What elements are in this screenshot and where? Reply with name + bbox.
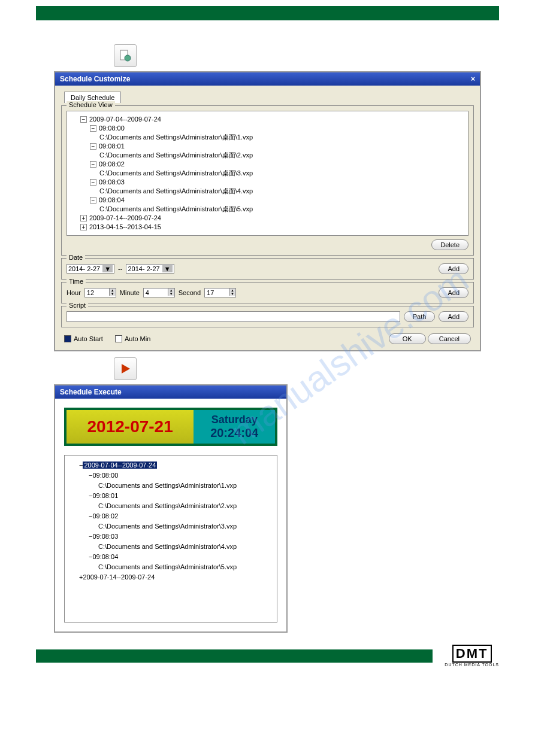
schedule-view-label: Schedule View xyxy=(67,101,115,108)
tree-file[interactable]: C:\Documents and Settings\Administrator\… xyxy=(98,481,272,491)
auto-min-checkbox[interactable]: Auto Min xyxy=(115,335,150,342)
footer: DMT DUTCH MEDIA TOOLS xyxy=(0,645,535,679)
tree-time[interactable]: 09:08:04 xyxy=(92,553,118,560)
script-add-button[interactable]: Add xyxy=(439,311,468,322)
minute-input[interactable] xyxy=(144,289,168,297)
tree-file[interactable]: C:\Documents and Settings\Administrator\… xyxy=(99,169,464,178)
tree-range-selected[interactable]: 2009-07-04--2009-07-24 xyxy=(83,462,157,469)
hour-label: Hour xyxy=(67,289,81,296)
tree-range[interactable]: 2009-07-14--2009-07-24 xyxy=(89,214,161,221)
tree-collapse-icon[interactable]: − xyxy=(90,125,96,132)
date-group: Date 2014- 2-27▼ -- 2014- 2-27▼ Add xyxy=(61,258,474,280)
schedule-execute-icon-button[interactable] xyxy=(114,357,137,380)
schedule-view-group: Schedule View −2009-07-04--2009-07-24 −0… xyxy=(61,105,474,256)
svg-point-1 xyxy=(125,55,131,61)
chevron-down-icon: ▼ xyxy=(162,265,173,272)
spin-down-icon[interactable]: ▼ xyxy=(109,292,116,296)
ok-button[interactable]: OK xyxy=(389,333,426,344)
tree-time[interactable]: 09:08:04 xyxy=(99,196,125,204)
tree-time[interactable]: 09:08:02 xyxy=(92,512,118,520)
header-bar xyxy=(36,6,499,20)
tree-file[interactable]: C:\Documents and Settings\Administrator\… xyxy=(98,521,272,532)
time-group: Time Hour ▲▼ Minute ▲▼ Second ▲▼ Add xyxy=(61,282,474,303)
tree-range[interactable]: 2009-07-14--2009-07-24 xyxy=(83,573,155,581)
checkbox-checked-icon xyxy=(64,335,71,342)
tree-collapse-icon[interactable]: − xyxy=(90,143,96,150)
date-from-select[interactable]: 2014- 2-27▼ xyxy=(67,264,114,274)
tree-collapse-icon[interactable]: − xyxy=(90,161,96,168)
tree-time[interactable]: 09:08:00 xyxy=(92,472,118,479)
spin-down-icon[interactable]: ▼ xyxy=(229,292,235,296)
document-gear-icon xyxy=(119,49,132,62)
tree-file[interactable]: C:\Documents and Settings\Administrator\… xyxy=(98,542,272,552)
clock-display: 2012-07-21 Saturday 20:24:04 xyxy=(64,408,277,446)
second-spinner[interactable]: ▲▼ xyxy=(204,288,236,297)
schedule-execute-window: Schedule Execute 2012-07-21 Saturday 20:… xyxy=(54,384,288,633)
script-path-input[interactable] xyxy=(67,311,400,322)
date-add-button[interactable]: Add xyxy=(439,263,468,274)
hour-input[interactable] xyxy=(85,289,109,297)
titlebar: Schedule Customize × xyxy=(55,72,480,86)
tree-range[interactable]: 2013-04-15--2013-04-15 xyxy=(89,223,161,230)
tree-collapse-icon[interactable]: − xyxy=(80,116,87,123)
tree-range[interactable]: 2009-07-04--2009-07-24 xyxy=(89,116,161,123)
footer-bar xyxy=(36,649,433,663)
checkbox-icon xyxy=(115,335,122,342)
tree-expand-icon[interactable]: + xyxy=(80,215,87,221)
chevron-down-icon: ▼ xyxy=(102,265,113,272)
date-to-select[interactable]: 2014- 2-27▼ xyxy=(126,264,174,274)
hour-spinner[interactable]: ▲▼ xyxy=(84,288,116,297)
dmt-logo: DMT DUTCH MEDIA TOOLS xyxy=(445,645,499,667)
play-icon xyxy=(119,363,131,375)
tree-file[interactable]: C:\Documents and Settings\Administrator\… xyxy=(98,562,272,572)
cancel-button[interactable]: Cancel xyxy=(428,333,471,344)
tree-file[interactable]: C:\Documents and Settings\Administrator\… xyxy=(99,151,464,160)
window-title: Schedule Execute xyxy=(60,388,122,396)
close-icon[interactable]: × xyxy=(471,75,475,83)
clock-time: 20:24:04 xyxy=(196,426,273,440)
tree-collapse-icon[interactable]: − xyxy=(90,197,96,204)
minute-label: Minute xyxy=(120,289,140,296)
spin-down-icon[interactable]: ▼ xyxy=(168,292,174,296)
tree-time[interactable]: 09:08:03 xyxy=(92,533,118,540)
schedule-customize-window: Schedule Customize × Daily Schedule Sche… xyxy=(54,71,481,351)
second-label: Second xyxy=(179,289,201,296)
date-separator: -- xyxy=(118,265,122,272)
schedule-customize-icon-button[interactable] xyxy=(114,44,137,67)
second-input[interactable] xyxy=(205,289,229,297)
schedule-tree[interactable]: −2009-07-04--2009-07-24 −09:08:00 C:\Doc… xyxy=(67,111,468,236)
clock-date: 2012-07-21 xyxy=(67,410,194,444)
tree-time[interactable]: 09:08:01 xyxy=(92,492,118,499)
svg-marker-2 xyxy=(122,364,130,374)
tree-time[interactable]: 09:08:02 xyxy=(99,160,125,168)
script-group: Script Path Add xyxy=(61,306,474,327)
tree-collapse-icon[interactable]: − xyxy=(90,179,96,186)
tree-file[interactable]: C:\Documents and Settings\Administrator\… xyxy=(98,501,272,511)
date-label: Date xyxy=(67,254,85,261)
tree-file[interactable]: C:\Documents and Settings\Administrator\… xyxy=(99,133,464,142)
delete-button[interactable]: Delete xyxy=(431,239,468,250)
tree-file[interactable]: C:\Documents and Settings\Administrator\… xyxy=(99,187,464,196)
tree-time[interactable]: 09:08:00 xyxy=(99,125,125,132)
tree-time[interactable]: 09:08:03 xyxy=(99,178,125,186)
time-label: Time xyxy=(67,278,86,285)
path-button[interactable]: Path xyxy=(404,311,436,322)
execute-tree[interactable]: −2009-07-04--2009-07-24 −09:08:00 C:\Doc… xyxy=(64,455,277,623)
minute-spinner[interactable]: ▲▼ xyxy=(143,288,175,297)
script-label: Script xyxy=(67,302,88,309)
time-add-button[interactable]: Add xyxy=(439,287,468,298)
clock-day: Saturday xyxy=(196,414,273,426)
tree-time[interactable]: 09:08:01 xyxy=(99,142,125,150)
auto-start-checkbox[interactable]: Auto Start xyxy=(64,335,103,342)
titlebar: Schedule Execute xyxy=(55,385,286,399)
tree-expand-icon[interactable]: + xyxy=(80,224,87,230)
tree-file[interactable]: C:\Documents and Settings\Administrator\… xyxy=(99,205,464,214)
window-title: Schedule Customize xyxy=(60,75,130,83)
